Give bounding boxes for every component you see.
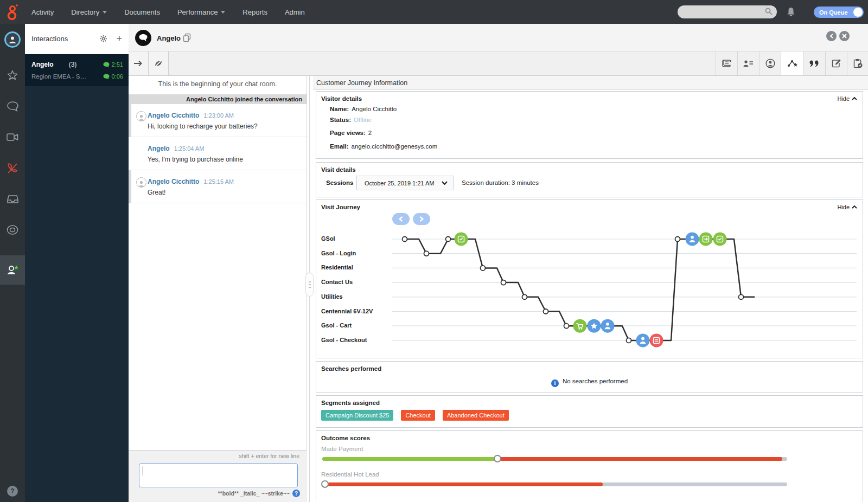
rail-interactions-active[interactable] [0, 255, 25, 285]
rail-cobrowse[interactable] [0, 216, 25, 243]
journey-row-label: Gsol - Cart [321, 322, 389, 329]
journey-node-dot[interactable] [522, 294, 527, 299]
message-author[interactable]: Angelo [148, 145, 170, 152]
journey-event-star-icon[interactable] [588, 319, 601, 333]
collapse-panel-button[interactable] [826, 31, 837, 41]
interaction-name: Angelo [31, 61, 54, 68]
journey-node-dot[interactable] [424, 251, 429, 256]
outcome-slider[interactable] [322, 457, 787, 461]
journey-event-person-icon[interactable] [636, 333, 650, 347]
outcome-slider-fill [322, 482, 603, 486]
journey-next-button[interactable] [413, 213, 430, 225]
chevron-down-icon [221, 11, 225, 14]
segments-heading: Segments assigned [321, 400, 380, 406]
profile-button[interactable] [759, 52, 781, 75]
interaction-queue: Region EMEA - S… [31, 73, 103, 80]
journey-node-dot[interactable] [481, 266, 486, 271]
journey-event-check-icon[interactable] [713, 233, 727, 246]
journey-event-cart-icon[interactable] [573, 319, 587, 333]
no-searches-row: iNo searches performed [316, 378, 863, 387]
gear-icon[interactable] [99, 35, 107, 43]
nav-item-activity[interactable]: Activity [31, 8, 54, 16]
segment-badge[interactable]: Campaign Discount $25 [321, 410, 393, 421]
outcome-slider-knob[interactable] [494, 455, 501, 462]
message-author[interactable]: Angelo Cicchitto [148, 112, 199, 119]
journey-node-dot[interactable] [544, 309, 548, 314]
search-input[interactable] [678, 5, 777, 18]
nav-item-documents[interactable]: Documents [124, 8, 160, 16]
journey-event-exit-icon[interactable] [699, 233, 713, 246]
visitor-pageviews: 2 [368, 130, 372, 136]
journey-event-form-icon[interactable] [455, 233, 468, 246]
chat-message-input[interactable] [139, 464, 298, 487]
rail-profile-avatar[interactable] [0, 24, 25, 55]
outcome-slider-knob[interactable] [321, 480, 329, 488]
rail-phone-disabled[interactable] [0, 155, 25, 182]
segment-badge[interactable]: Checkout [401, 410, 435, 421]
no-searches-text: No searches performed [563, 378, 628, 384]
session-select[interactable]: October 25, 2019 1:21 AM [356, 176, 454, 190]
journey-button-active[interactable] [781, 52, 803, 75]
schedule-button[interactable] [847, 52, 868, 75]
journey-node-dot[interactable] [403, 237, 407, 242]
visit-journey-heading: Visit Journey [321, 204, 360, 210]
inbox-tray-icon [7, 194, 19, 204]
chat-bubble-icon [7, 101, 19, 112]
notifications-bell-icon[interactable] [786, 7, 796, 17]
video-camera-icon [6, 132, 19, 142]
contact-details-button[interactable] [737, 52, 759, 75]
interaction-toolbar [129, 52, 868, 76]
message-text: Yes, I'm trying to purchase online [148, 156, 301, 163]
nav-item-directory[interactable]: Directory [71, 8, 107, 16]
journey-event-doc-icon[interactable] [650, 333, 663, 347]
journey-node-dot[interactable] [564, 324, 569, 329]
nav-item-reports[interactable]: Reports [242, 8, 267, 16]
interaction-list-item-angelo[interactable]: Angelo (3) 2:51 Region EMEA - S… 0:06 [25, 54, 129, 86]
chat-icon-green [103, 62, 110, 68]
formatting-help-button[interactable]: ? [292, 490, 300, 497]
add-interaction-button[interactable]: + [116, 33, 122, 44]
journey-node-dot[interactable] [446, 237, 451, 242]
rail-chat[interactable] [0, 93, 25, 120]
chevron-left-icon [829, 34, 834, 38]
transfer-button[interactable] [129, 52, 149, 75]
journey-node-dot[interactable] [675, 237, 680, 242]
panel-resize-handle[interactable] [305, 273, 314, 297]
rail-favorites[interactable] [0, 62, 25, 89]
compose-icon [832, 59, 841, 68]
rail-inbox[interactable] [0, 185, 25, 213]
close-panel-button[interactable] [839, 31, 850, 41]
nav-item-label: Performance [177, 8, 218, 16]
canned-responses-button[interactable] [803, 52, 825, 75]
rail-video[interactable] [0, 124, 25, 151]
on-queue-toggle[interactable]: On Queue [814, 7, 864, 18]
message-time: 1:23:00 AM [203, 112, 234, 119]
outcome-slider[interactable] [322, 482, 787, 486]
journey-node-dot[interactable] [501, 280, 506, 285]
markdown-hint: **bold** _italic_ ~~strike~~ [218, 490, 290, 497]
copy-icon[interactable] [183, 33, 192, 42]
journey-node-dot[interactable] [627, 338, 631, 343]
chat-input-area: shift + enter for new line **bold** _ita… [129, 450, 307, 502]
journey-event-person-icon[interactable] [601, 319, 615, 333]
nav-item-performance[interactable]: Performance [177, 8, 225, 16]
clipboard-check-icon [853, 59, 863, 68]
notes-button[interactable] [825, 52, 847, 75]
wrapup-notes-button[interactable] [149, 52, 169, 75]
nav-item-admin[interactable]: Admin [285, 8, 305, 16]
genesys-logo[interactable] [0, 0, 25, 24]
journey-row-label: Contact Us [321, 279, 389, 285]
hide-visit-journey-link[interactable]: Hide [837, 204, 857, 210]
journey-row-label: Residential [321, 264, 389, 271]
journey-prev-button[interactable] [392, 213, 410, 225]
script-button[interactable] [716, 52, 737, 75]
journey-event-person-icon[interactable] [686, 233, 699, 246]
message-author[interactable]: Angelo Cicchitto [148, 178, 199, 185]
outcomes-heading: Outcome scores [321, 435, 370, 441]
hide-visitor-details-link[interactable]: Hide [837, 95, 857, 102]
help-button[interactable]: ? [7, 486, 18, 497]
segment-badge[interactable]: Abandoned Checkout [443, 410, 509, 421]
chat-message: Angelo1:25:04 AM Yes, I'm trying to purc… [129, 137, 307, 170]
journey-node-dot[interactable] [739, 294, 744, 299]
conversation-title: Angelo [157, 34, 181, 42]
